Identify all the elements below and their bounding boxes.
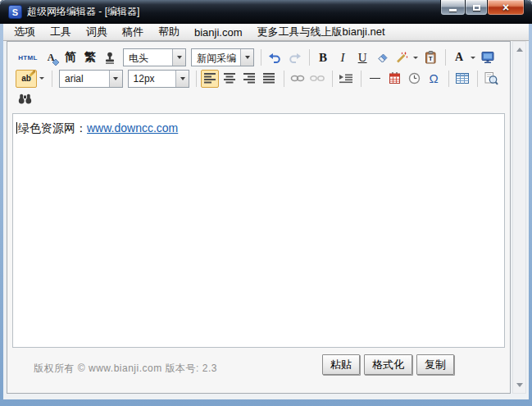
insert-table-button[interactable] <box>453 70 471 88</box>
stamp-icon <box>104 52 116 64</box>
text-caret <box>16 122 17 134</box>
eraser-icon <box>375 52 389 64</box>
scroll-down-button[interactable] <box>513 379 525 391</box>
toolbar-row-2: ab arial 12px <box>16 68 502 89</box>
font-family-value: arial <box>60 71 109 87</box>
separator <box>448 71 449 87</box>
separator <box>52 71 52 87</box>
maximize-button[interactable] <box>465 0 488 16</box>
scroll-up-button[interactable] <box>513 43 525 56</box>
simplified-chinese-icon: 简 <box>65 50 76 65</box>
table-icon <box>456 73 469 84</box>
simplified-chinese-button[interactable]: 简 <box>61 48 80 66</box>
preview-zoom-button[interactable] <box>482 70 500 88</box>
maximize-icon <box>473 5 480 11</box>
align-center-icon <box>224 73 236 84</box>
editor-content[interactable]: 绿色资源网：www.downcc.com <box>12 113 505 348</box>
align-right-button[interactable] <box>240 70 258 88</box>
omega-icon: Ω <box>429 71 438 85</box>
separator <box>261 49 261 66</box>
template-combobox-arrow[interactable] <box>240 49 253 66</box>
toolbar-row-3 <box>16 89 502 109</box>
template-combobox-value: 新闻采编 <box>192 49 240 66</box>
traditional-chinese-button[interactable]: 繁 <box>81 48 99 66</box>
insert-link-button[interactable] <box>289 70 307 88</box>
app-window: S 超级网络编辑器 - [编辑器] × 选项 工具 词典 稿件 帮助 bianj… <box>0 0 532 406</box>
unlink-icon <box>310 74 325 83</box>
special-char-button[interactable]: Ω <box>425 70 443 88</box>
horizontal-rule-icon <box>370 78 380 79</box>
align-center-button[interactable] <box>221 70 239 88</box>
separator <box>477 71 478 87</box>
font-family-combobox[interactable]: arial <box>59 70 123 88</box>
template-combobox[interactable]: 新闻采编 <box>191 48 254 66</box>
paste-text-button[interactable]: T <box>421 48 439 66</box>
clear-format-button[interactable]: A <box>42 48 60 66</box>
font-color-button[interactable]: A <box>450 48 468 66</box>
copy-button[interactable]: 复制 <box>416 354 454 375</box>
underline-icon: U <box>358 51 367 65</box>
toolbar-row-1: HTML A 简 繁 <box>16 47 502 68</box>
zoom-preview-icon <box>484 72 498 85</box>
paste-text-clipboard-icon: T <box>425 51 437 64</box>
bold-button[interactable]: B <box>314 48 332 66</box>
justify-button[interactable] <box>260 70 278 88</box>
menu-bianji-com[interactable]: bianji.com <box>187 24 250 40</box>
copyright-text: 版权所有 © www.bianji.com 版本号: 2.3 <box>34 362 217 376</box>
insert-date-button[interactable] <box>385 70 403 88</box>
magic-wand-dropdown-arrow[interactable] <box>413 57 418 59</box>
underline-button[interactable]: U <box>353 48 371 66</box>
scroll-down-icon <box>516 383 523 387</box>
menu-bar: 选项 工具 词典 稿件 帮助 bianji.com 更多工具与线上版bianji… <box>3 24 529 41</box>
undo-button[interactable] <box>266 48 284 66</box>
align-left-button[interactable] <box>201 70 219 88</box>
menu-options[interactable]: 选项 <box>7 24 43 40</box>
dateline-combobox-arrow[interactable] <box>172 49 185 66</box>
toolbar: HTML A 简 繁 <box>7 42 510 109</box>
separator <box>332 71 333 87</box>
vertical-scrollbar[interactable] <box>512 41 526 394</box>
remove-link-button[interactable] <box>308 70 326 88</box>
align-left-icon <box>204 73 216 84</box>
menu-manuscript[interactable]: 稿件 <box>115 24 151 40</box>
html-source-button[interactable]: HTML <box>16 48 40 66</box>
eraser-button[interactable] <box>373 48 391 66</box>
spellcheck-button[interactable]: ab <box>16 70 37 88</box>
format-button[interactable]: 格式化 <box>364 354 412 375</box>
close-button[interactable]: × <box>487 0 525 16</box>
dateline-combobox-value: 电头 <box>124 49 172 66</box>
font-color-dropdown-arrow[interactable] <box>471 57 475 59</box>
magic-wand-button[interactable] <box>393 48 411 66</box>
link-icon <box>290 74 305 83</box>
editor-link[interactable]: www.downcc.com <box>87 121 178 135</box>
undo-icon <box>268 52 282 64</box>
menu-dictionary[interactable]: 词典 <box>79 24 115 40</box>
menu-tools[interactable]: 工具 <box>43 24 79 40</box>
insert-time-button[interactable] <box>405 70 423 88</box>
spellcheck-dropdown-arrow[interactable] <box>39 77 44 80</box>
app-icon: S <box>8 5 22 19</box>
font-size-arrow[interactable] <box>175 71 189 87</box>
scroll-up-icon <box>516 48 523 52</box>
font-size-combobox[interactable]: 12px <box>128 70 190 88</box>
title-bar: S 超级网络编辑器 - [编辑器] × <box>0 0 532 24</box>
preview-monitor-button[interactable] <box>479 48 497 66</box>
italic-icon: I <box>341 51 345 65</box>
minimize-button[interactable] <box>440 0 466 16</box>
window-title: 超级网络编辑器 - [编辑器] <box>27 5 139 19</box>
paste-button[interactable]: 粘贴 <box>322 354 360 375</box>
menu-more-tools[interactable]: 更多工具与线上版bianji.net <box>250 24 393 40</box>
monitor-preview-icon <box>481 52 494 64</box>
menu-help[interactable]: 帮助 <box>151 24 187 40</box>
redo-icon <box>288 52 302 64</box>
italic-button[interactable]: I <box>334 48 352 66</box>
dateline-combobox[interactable]: 电头 <box>123 48 186 66</box>
horizontal-rule-button[interactable] <box>366 70 384 88</box>
editor-panel: HTML A 简 繁 <box>7 41 511 394</box>
redo-button[interactable] <box>285 48 303 66</box>
stamp-button[interactable] <box>101 48 119 66</box>
indent-button[interactable] <box>337 70 355 88</box>
font-family-arrow[interactable] <box>109 71 122 87</box>
binoculars-icon <box>18 94 32 104</box>
find-button[interactable] <box>16 90 34 108</box>
